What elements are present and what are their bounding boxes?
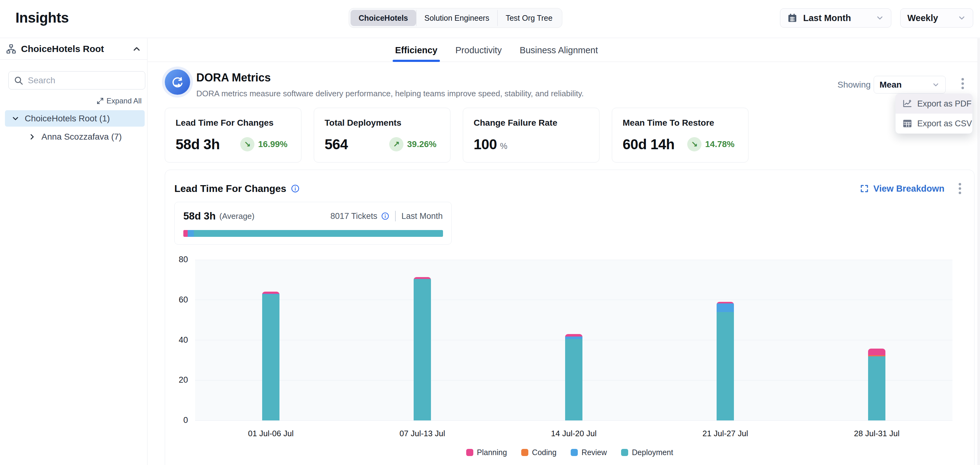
menu-item-label: Export as PDF <box>917 99 972 109</box>
menu-item-export-pdf[interactable]: Export as PDF <box>896 94 972 113</box>
divider <box>395 211 396 221</box>
chevron-down-icon <box>875 14 884 22</box>
org-tab-label: ChoiceHotels <box>359 14 408 22</box>
bar-01 Jul-06 Jul[interactable] <box>262 292 280 420</box>
metric-title: Lead Time For Changes <box>176 118 291 128</box>
tab-productivity[interactable]: Productivity <box>455 38 502 62</box>
chart-legend: PlanningCodingReviewDeployment <box>165 448 974 457</box>
chart-plot: 02040608001 Jul-06 Jul07 Jul-13 Jul14 Ju… <box>195 260 953 420</box>
bar-segment-review <box>565 337 582 339</box>
metric-value: 58d 3h <box>176 136 220 153</box>
summary-bar-review <box>188 230 194 237</box>
dora-metrics-icon <box>165 69 190 95</box>
x-axis-label: 01 Jul-06 Jul <box>248 429 293 438</box>
legend-item-planning[interactable]: Planning <box>466 448 507 457</box>
collapse-sidebar-icon[interactable] <box>132 44 142 54</box>
granularity-dropdown[interactable]: Weekly <box>900 8 973 27</box>
scrollbar[interactable] <box>977 38 980 465</box>
bar-07 Jul-13 Jul[interactable] <box>414 277 431 420</box>
legend-swatch <box>466 449 473 456</box>
legend-item-coding[interactable]: Coding <box>521 448 557 457</box>
card-mean-time-to-restore: Mean Time To Restore 60d 14h ↘ 14.78% <box>612 108 748 163</box>
x-axis-label: 21 Jul-27 Jul <box>702 429 748 438</box>
app-title: Insights <box>16 9 68 26</box>
tree-item-label: ChoiceHotels Root (1) <box>25 113 110 123</box>
chevron-down-icon[interactable] <box>11 114 20 123</box>
expand-all-label: Expand All <box>107 97 142 105</box>
trend-percent: 39.26% <box>407 139 436 149</box>
menu-item-export-csv[interactable]: Export as CSV <box>896 113 972 133</box>
legend-label: Deployment <box>632 448 673 457</box>
org-tab-choicehotels[interactable]: ChoiceHotels <box>351 10 416 26</box>
summary-bar <box>183 230 443 237</box>
table-icon <box>902 118 912 128</box>
trend-percent: 16.99% <box>258 139 288 149</box>
chart-kebab-menu-button[interactable] <box>957 181 963 196</box>
org-tab-solution-engineers[interactable]: Solution Engineers <box>416 10 498 26</box>
card-change-failure-rate: Change Failure Rate 100 % <box>463 108 600 163</box>
granularity-value: Weekly <box>907 13 938 23</box>
tab-label: Business Alignment <box>520 45 598 56</box>
metric-value: 100 <box>474 136 497 153</box>
period-dropdown[interactable]: Last Month <box>780 8 891 27</box>
gridline <box>195 300 953 300</box>
dora-section-title: DORA Metrics <box>196 71 271 84</box>
dora-kebab-menu-button[interactable] <box>959 76 966 91</box>
tabs: Efficiency Productivity Business Alignme… <box>395 38 598 62</box>
info-icon[interactable] <box>291 184 300 193</box>
legend-item-review[interactable]: Review <box>571 448 607 457</box>
y-axis-tick: 80 <box>166 255 188 264</box>
chart-header: Lead Time For Changes View Breakdown <box>174 181 963 196</box>
top-bar: Insights ChoiceHotels Solution Engineers… <box>0 0 980 38</box>
metric-title: Change Failure Rate <box>474 118 589 128</box>
expand-corners-icon <box>860 184 869 193</box>
expand-all-button[interactable]: Expand All <box>94 95 144 107</box>
bar-28 Jul-31 Jul[interactable] <box>868 348 885 420</box>
bar-14 Jul-20 Jul[interactable] <box>565 334 582 420</box>
org-tab-test-org-tree[interactable]: Test Org Tree <box>498 10 560 26</box>
y-axis-tick: 40 <box>166 335 188 345</box>
info-icon[interactable] <box>381 212 390 221</box>
tab-business-alignment[interactable]: Business Alignment <box>520 38 598 62</box>
view-breakdown-label: View Breakdown <box>873 184 945 194</box>
average-label: (Average) <box>220 211 255 221</box>
x-axis-label: 14 Jul-20 Jul <box>551 429 597 438</box>
legend-swatch <box>621 449 628 456</box>
legend-label: Planning <box>477 448 507 457</box>
org-tree: ChoiceHotels Root (1) Anna Scozzafava (7… <box>5 110 145 145</box>
y-axis-tick: 0 <box>166 415 188 425</box>
dora-section-description: DORA metrics measure software delivery p… <box>196 89 584 99</box>
summary-period: Last Month <box>401 211 443 221</box>
summary-bar-deployment <box>194 230 443 237</box>
tree-item-anna-scozzafava[interactable]: Anna Scozzafava (7) <box>22 128 145 145</box>
bar-21 Jul-27 Jul[interactable] <box>717 302 734 420</box>
legend-label: Coding <box>532 448 557 457</box>
search-input[interactable] <box>28 75 140 85</box>
legend-item-deployment[interactable]: Deployment <box>621 448 673 457</box>
tab-label: Efficiency <box>395 45 438 56</box>
tree-item-choicehotels-root[interactable]: ChoiceHotels Root (1) <box>5 110 145 126</box>
y-axis-tick: 60 <box>166 295 188 305</box>
sidebar: ChoiceHotels Root Expand All ChoiceHotel… <box>0 38 148 465</box>
export-menu: Export as PDF Export as CSV <box>895 94 972 134</box>
org-switcher: ChoiceHotels Solution Engineers Test Org… <box>349 8 562 28</box>
chevron-down-icon <box>932 81 940 89</box>
tab-efficiency[interactable]: Efficiency <box>395 38 438 62</box>
expand-icon <box>96 97 104 105</box>
chevron-right-icon[interactable] <box>28 133 37 141</box>
period-value: Last Month <box>803 13 851 23</box>
org-tab-label: Test Org Tree <box>506 14 552 22</box>
y-axis-tick: 20 <box>166 375 188 385</box>
card-total-deployments: Total Deployments 564 ↗ 39.26% <box>314 108 450 163</box>
metric-unit: % <box>500 142 508 151</box>
org-tree-icon <box>6 43 17 54</box>
metric-cards-row: Lead Time For Changes 58d 3h ↘ 16.99% To… <box>165 108 748 163</box>
bar-segment-deployment <box>717 312 734 420</box>
showing-select[interactable]: Mean <box>873 76 946 94</box>
average-value: 58d 3h <box>183 210 216 222</box>
chart-title: Lead Time For Changes <box>174 183 286 195</box>
view-breakdown-button[interactable]: View Breakdown <box>860 184 945 194</box>
chevron-down-icon <box>958 14 966 22</box>
card-lead-time-for-changes: Lead Time For Changes 58d 3h ↘ 16.99% <box>165 108 301 163</box>
tab-label: Productivity <box>455 45 502 56</box>
